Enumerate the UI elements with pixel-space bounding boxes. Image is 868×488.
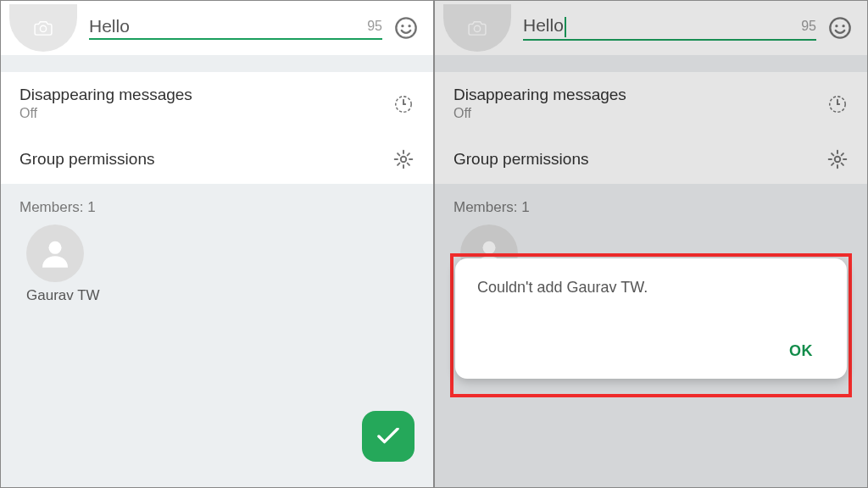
char-counter: 95 — [801, 19, 816, 34]
header: Hello 95 — [1, 1, 433, 55]
char-counter: 95 — [367, 19, 382, 34]
screen-group-setup-dialog: Hello 95 Disappearing messages Off Group… — [434, 0, 868, 488]
disappearing-status: Off — [19, 106, 392, 121]
svg-point-1 — [396, 18, 415, 37]
disappearing-messages-row[interactable]: Disappearing messages Off — [435, 72, 867, 135]
svg-point-3 — [408, 25, 410, 27]
member-item[interactable]: Gaurav TW — [1, 225, 433, 304]
timer-icon — [826, 92, 849, 114]
svg-point-6 — [49, 241, 62, 254]
gear-icon — [826, 148, 849, 170]
svg-point-9 — [835, 25, 837, 27]
timer-icon — [392, 92, 415, 114]
gear-icon — [392, 148, 415, 170]
svg-point-2 — [401, 25, 403, 27]
group-name-input[interactable]: Hello 95 — [523, 15, 816, 40]
emoji-icon[interactable] — [394, 16, 418, 40]
group-name-value: Hello — [89, 16, 367, 36]
disappearing-title: Disappearing messages — [453, 86, 826, 104]
members-count: Members: 1 — [1, 184, 433, 225]
disappearing-status: Off — [453, 106, 826, 121]
text-cursor — [565, 17, 566, 37]
emoji-icon[interactable] — [828, 16, 852, 40]
disappearing-title: Disappearing messages — [19, 86, 392, 104]
dialog-ok-button[interactable]: OK — [777, 337, 825, 365]
member-name: Gaurav TW — [26, 287, 418, 304]
group-name-value: Hello — [523, 15, 801, 36]
permissions-title: Group permissions — [453, 150, 826, 169]
svg-point-0 — [40, 25, 46, 31]
disappearing-messages-row[interactable]: Disappearing messages Off — [1, 72, 433, 135]
group-name-input[interactable]: Hello 95 — [89, 16, 382, 40]
group-permissions-row[interactable]: Group permissions — [435, 135, 867, 184]
camera-icon — [468, 20, 487, 36]
svg-point-13 — [483, 241, 496, 254]
svg-point-5 — [401, 157, 407, 163]
error-dialog: Couldn't add Gaurav TW. OK — [455, 258, 847, 379]
camera-icon — [34, 20, 53, 36]
svg-point-8 — [830, 18, 849, 37]
members-count: Members: 1 — [435, 184, 867, 225]
group-permissions-row[interactable]: Group permissions — [1, 135, 433, 184]
dialog-message: Couldn't add Gaurav TW. — [477, 279, 825, 297]
group-photo-button[interactable] — [443, 4, 511, 52]
svg-point-12 — [835, 157, 841, 163]
header: Hello 95 — [435, 1, 867, 55]
permissions-title: Group permissions — [19, 150, 392, 169]
screen-group-setup: Hello 95 Disappearing messages Off Group… — [0, 0, 434, 488]
group-photo-button[interactable] — [9, 4, 77, 52]
person-icon — [38, 236, 72, 270]
member-avatar — [26, 225, 84, 282]
confirm-fab[interactable] — [362, 411, 415, 462]
check-icon — [376, 428, 400, 445]
svg-point-7 — [474, 25, 480, 31]
svg-point-10 — [842, 25, 844, 27]
